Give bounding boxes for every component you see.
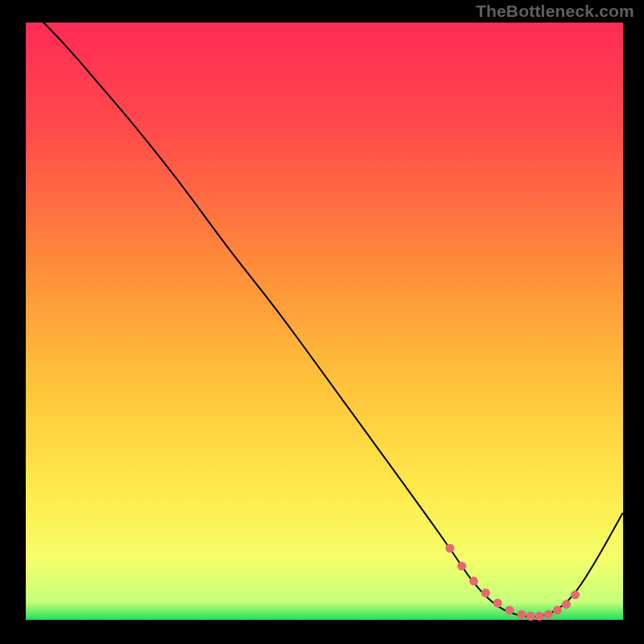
sweet-spot-marker	[544, 610, 553, 619]
sweet-spot-marker	[506, 606, 514, 615]
bottleneck-curve-chart	[0, 0, 644, 644]
watermark-text: TheBottleneck.com	[476, 2, 634, 21]
sweet-spot-marker	[571, 590, 580, 599]
sweet-spot-marker	[562, 600, 571, 609]
sweet-spot-marker	[526, 612, 535, 621]
sweet-spot-marker	[493, 599, 502, 608]
chart-container: TheBottleneck.com	[0, 0, 644, 644]
sweet-spot-marker	[535, 612, 544, 621]
plot-background	[26, 23, 623, 620]
sweet-spot-marker	[517, 610, 526, 619]
sweet-spot-marker	[445, 544, 454, 553]
sweet-spot-marker	[553, 606, 562, 615]
sweet-spot-marker	[469, 576, 478, 585]
sweet-spot-marker	[457, 562, 466, 571]
sweet-spot-marker	[481, 588, 490, 597]
